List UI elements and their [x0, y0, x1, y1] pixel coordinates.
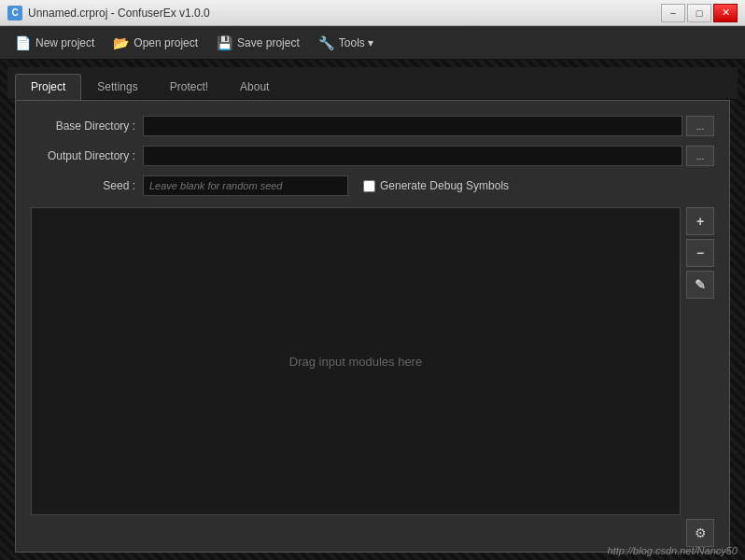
tools-label: Tools ▾ — [339, 36, 373, 49]
title-bar-left: C Unnamed.crproj - ConfuserEx v1.0.0 — [7, 6, 210, 21]
open-project-icon: 📂 — [113, 35, 129, 50]
base-directory-browse-button[interactable]: ... — [686, 116, 714, 136]
output-directory-label: Output Directory : — [31, 149, 143, 162]
output-directory-row: Output Directory : ... — [31, 146, 714, 166]
tab-about[interactable]: About — [224, 74, 285, 100]
app-icon: C — [7, 6, 22, 21]
new-project-icon: 📄 — [15, 35, 31, 50]
seed-input[interactable] — [143, 175, 348, 196]
generate-debug-symbols-checkbox[interactable] — [363, 180, 375, 192]
main-content: Base Directory : ... Output Directory : … — [15, 100, 730, 553]
open-project-button[interactable]: 📂 Open project — [105, 32, 205, 54]
generate-debug-symbols-label: Generate Debug Symbols — [380, 179, 509, 192]
tab-project[interactable]: Project — [15, 74, 81, 100]
base-directory-row: Base Directory : ... — [31, 116, 714, 136]
title-bar-text: Unnamed.crproj - ConfuserEx v1.0.0 — [28, 7, 210, 20]
debug-symbols-wrapper: Generate Debug Symbols — [363, 179, 509, 192]
settings-gear-button[interactable]: ⚙ — [686, 519, 714, 547]
edit-module-button[interactable]: ✎ — [686, 271, 714, 299]
seed-label: Seed : — [31, 179, 143, 192]
tab-protect[interactable]: Protect! — [154, 74, 224, 100]
seed-row: Seed : Generate Debug Symbols — [31, 175, 714, 196]
add-module-button[interactable]: + — [686, 207, 714, 235]
new-project-label: New project — [35, 36, 94, 49]
output-directory-input[interactable] — [143, 146, 682, 166]
remove-module-button[interactable]: − — [686, 239, 714, 267]
close-button[interactable]: ✕ — [713, 4, 738, 22]
tab-settings[interactable]: Settings — [81, 74, 153, 100]
window-frame: Project Settings Protect! About Base Dir… — [0, 60, 745, 560]
output-directory-browse-button[interactable]: ... — [686, 146, 714, 166]
save-project-label: Save project — [237, 36, 300, 49]
base-directory-input[interactable] — [143, 116, 682, 136]
drop-area-container: Drag input modules here + − ✎ — [31, 207, 714, 515]
tools-button[interactable]: 🔧 Tools ▾ — [311, 32, 381, 54]
window-controls: − □ ✕ — [661, 4, 738, 22]
modules-drop-area[interactable]: Drag input modules here — [31, 207, 681, 515]
content-wrapper: Project Settings Protect! About Base Dir… — [0, 60, 745, 553]
drop-area-buttons: + − ✎ — [686, 207, 714, 515]
minimize-button[interactable]: − — [661, 4, 685, 22]
drop-area-placeholder: Drag input modules here — [289, 355, 422, 369]
tab-bar: Project Settings Protect! About — [7, 67, 738, 100]
title-bar: C Unnamed.crproj - ConfuserEx v1.0.0 − □… — [0, 0, 745, 26]
maximize-button[interactable]: □ — [687, 4, 711, 22]
new-project-button[interactable]: 📄 New project — [7, 32, 102, 54]
base-directory-label: Base Directory : — [31, 119, 143, 133]
save-project-button[interactable]: 💾 Save project — [209, 32, 307, 54]
save-project-icon: 💾 — [217, 35, 232, 50]
watermark: http://blog.csdn.net/Nancy50 — [608, 545, 738, 556]
bottom-area: ⚙ — [31, 519, 714, 547]
tools-icon: 🔧 — [318, 35, 334, 50]
open-project-label: Open project — [134, 36, 198, 49]
toolbar: 📄 New project 📂 Open project 💾 Save proj… — [0, 26, 745, 60]
